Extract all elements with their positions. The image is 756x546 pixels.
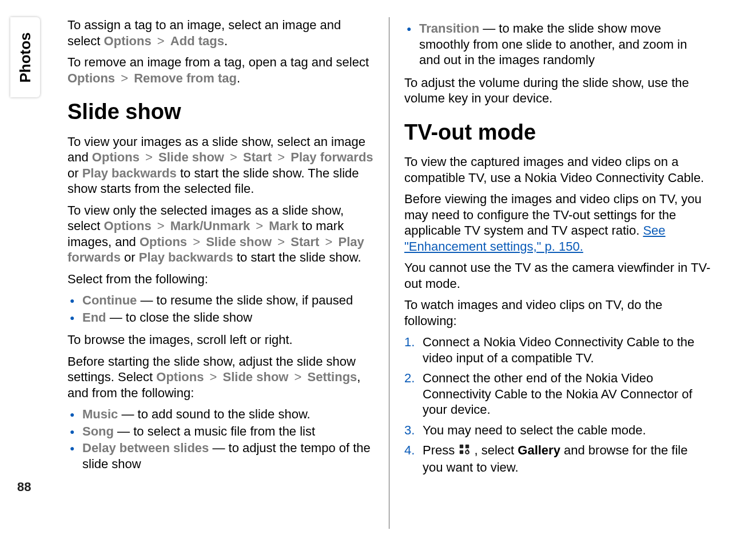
menu-path-item: Add tags [170,34,224,48]
list-item-label: Delay between slides [82,441,209,455]
page-number: 88 [17,480,31,494]
paragraph: Before starting the slide show, adjust t… [67,354,374,401]
section-tab-label: Photos [17,32,34,82]
bullet-list: Transition — to make the slide show move… [404,21,711,68]
bullet-list: Continue — to resume the slide show, if … [67,292,374,325]
breadcrumb-separator-icon: > [277,150,285,164]
right-column: Transition — to make the slide show move… [389,17,722,529]
menu-path-item: Play backwards [139,250,233,264]
paragraph: Before viewing the images and video clip… [404,191,711,254]
list-item: Connect a Nokia Video Connectivity Cable… [404,334,711,366]
numbered-list: Connect a Nokia Video Connectivity Cable… [404,334,711,475]
menu-path-item: Settings [308,370,357,384]
paragraph: To adjust the volume during the slide sh… [404,75,711,106]
breadcrumb-separator-icon: > [121,71,128,85]
paragraph: To assign a tag to an image, select an i… [67,17,374,49]
list-item: Music — to add sound to the slide show. [67,406,374,422]
menu-path-item: Mark/Unmark [170,219,250,233]
list-item-label: Transition [419,21,479,35]
paragraph: To browse the images, scroll left or rig… [67,332,374,348]
list-item: Transition — to make the slide show move… [404,21,711,68]
breadcrumb-separator-icon: > [210,370,217,384]
list-item-label: End [82,310,106,325]
content-columns: To assign a tag to an image, select an i… [57,17,722,529]
breadcrumb-separator-icon: > [256,219,263,233]
heading-tv-out-mode: TV-out mode [404,119,711,147]
menu-path-item: Mark [269,219,298,233]
breadcrumb-separator-icon: > [230,150,237,164]
menu-path-item: Options [104,219,152,233]
list-item-label: Music [82,407,118,421]
breadcrumb-separator-icon: > [193,235,200,249]
list-item: Press , select Gallery and browse for th… [404,442,711,475]
breadcrumb-separator-icon: > [325,235,332,249]
breadcrumb-separator-icon: > [145,150,153,164]
menu-path-item: Start [291,235,319,249]
breadcrumb-separator-icon: > [295,370,302,384]
bullet-list: Music — to add sound to the slide show. … [67,406,374,472]
paragraph: You cannot use the TV as the camera view… [404,260,711,291]
paragraph: To view only the selected images as a sl… [67,203,374,266]
menu-path-item: Options [156,370,204,384]
menu-path-item: Options [104,34,152,48]
list-item-label: Song [82,424,114,438]
svg-rect-0 [460,445,463,448]
svg-rect-1 [465,445,469,448]
list-item: Connect the other end of the Nokia Video… [404,370,711,418]
paragraph: To view the captured images and video cl… [404,154,711,185]
menu-path-item: Slide show [206,235,272,249]
menu-path-item: Slide show [223,370,289,384]
heading-slide-show: Slide show [67,98,374,126]
list-item: Delay between slides — to adjust the tem… [67,440,374,472]
menu-path-item: Play forwards [291,150,373,164]
menu-key-icon [458,443,471,460]
breadcrumb-separator-icon: > [277,235,285,249]
list-item: You may need to select the cable mode. [404,422,711,438]
list-item: Continue — to resume the slide show, if … [67,292,374,308]
list-item: Song — to select a music file from the l… [67,424,374,440]
paragraph: To remove an image from a tag, open a ta… [67,54,374,86]
bold-label: Gallery [518,443,560,457]
breadcrumb-separator-icon: > [157,34,165,48]
menu-path-item: Options [67,71,115,85]
menu-path-item: Start [243,150,272,164]
paragraph: To view your images as a slide show, sel… [67,134,374,197]
left-column: To assign a tag to an image, select an i… [57,17,389,529]
menu-path-item: Remove from tag [134,71,237,85]
paragraph: Select from the following: [67,271,374,287]
section-tab: Photos [10,17,40,97]
menu-path-item: Options [92,150,140,164]
menu-path-item: Options [140,235,187,249]
breadcrumb-separator-icon: > [157,219,165,233]
list-item-label: Continue [82,293,137,307]
paragraph: To watch images and video clips on TV, d… [404,297,711,329]
svg-rect-2 [460,450,463,454]
menu-path-item: Slide show [158,150,224,164]
list-item: End — to close the slide show [67,310,374,326]
menu-path-item: Play backwards [82,166,177,180]
